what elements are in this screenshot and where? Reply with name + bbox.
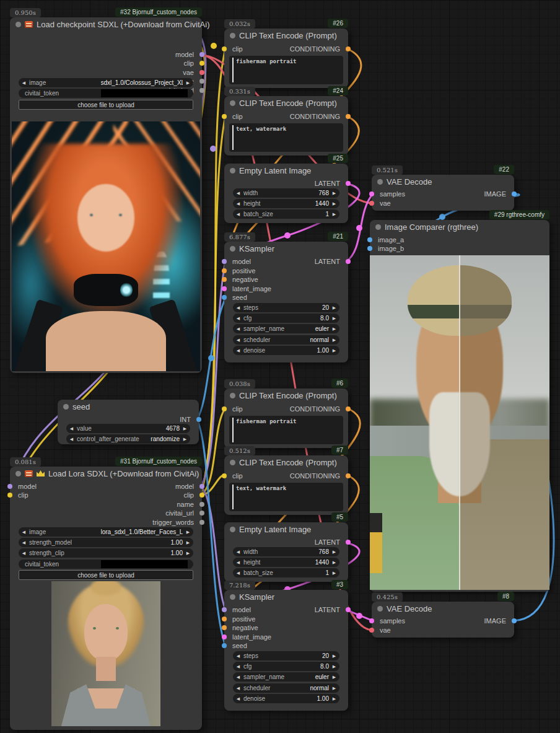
next-arrow-icon[interactable]: ▶ [329,694,339,703]
wire-dot[interactable] [439,214,445,220]
prev-arrow-icon[interactable]: ◀ [233,199,243,208]
collapse-dot[interactable] [375,224,381,230]
latent-image-input-dot[interactable] [222,286,227,291]
choose-file-button[interactable]: choose file to upload [19,570,193,580]
image-output-dot[interactable] [512,191,517,196]
prev-arrow-icon[interactable]: ◀ [19,527,29,537]
next-arrow-icon[interactable]: ▶ [183,538,193,547]
wire-dot[interactable] [284,232,291,239]
prev-arrow-icon[interactable]: ◀ [233,547,243,556]
clip-output-dot[interactable] [199,493,204,498]
model-input-dot[interactable] [222,259,227,264]
prev-arrow-icon[interactable]: ◀ [233,188,243,198]
positive-input-dot[interactable] [222,268,227,273]
trigger-words-output-dot[interactable] [199,520,204,525]
next-arrow-icon[interactable]: ▶ [329,188,339,198]
prompt-textarea[interactable]: text, watermark [229,483,343,511]
next-arrow-icon[interactable]: ▶ [329,335,339,345]
positive-input-dot[interactable] [222,617,227,621]
comparison-divider[interactable] [459,255,460,590]
choose-file-button[interactable]: choose file to upload [19,100,193,110]
latent-output-dot[interactable] [346,607,351,612]
model-output-dot[interactable] [199,484,204,489]
comparer-split-image[interactable] [370,255,549,590]
next-arrow-icon[interactable]: ▶ [329,303,339,312]
prev-arrow-icon[interactable]: ◀ [233,651,243,661]
prev-arrow-icon[interactable]: ◀ [233,662,243,671]
prev-arrow-icon[interactable]: ◀ [233,303,243,312]
width-widget[interactable]: ◀width768▶ [233,188,339,198]
next-arrow-icon[interactable]: ▶ [329,651,339,661]
clip-input-dot[interactable] [222,114,227,119]
collapse-dot[interactable] [230,33,235,38]
latent-output-dot[interactable] [346,259,351,264]
collapse-dot[interactable] [230,393,235,398]
latent-output-dot[interactable] [346,540,351,545]
node-title-bar[interactable]: VAE Decode [372,602,514,615]
node-title-bar[interactable]: KSampler [224,242,348,255]
prev-arrow-icon[interactable]: ◀ [233,672,243,682]
latent-image-input-dot[interactable] [222,634,227,639]
node-title-bar[interactable]: CLIP Text Encode (Prompt) [224,455,348,469]
steps-widget[interactable]: ◀steps20▶ [233,303,339,312]
collapse-dot[interactable] [377,179,383,185]
batch-size-widget[interactable]: ◀batch_size1▶ [233,209,339,219]
image-combo-widget[interactable]: ◀ image lora_sdxl_1.0/Better_Faces_LoRA_… [19,527,193,537]
vae-output-dot[interactable] [199,70,204,75]
node-title-bar[interactable]: Empty Latent Image [224,522,348,536]
node-clip-text-encode-26[interactable]: 0.032s #26 CLIP Text Encode (Prompt) cli… [224,29,348,88]
civitai-token-field[interactable]: civitai_token [19,89,193,98]
strength-clip-widget[interactable]: ◀strength_clip1.00▶ [19,548,193,558]
conditioning-output-dot[interactable] [346,114,351,119]
sampler-name-widget[interactable]: ◀sampler_nameeuler▶ [233,672,339,682]
clip-input-dot[interactable] [222,406,227,411]
negative-input-dot[interactable] [222,625,227,630]
node-clip-text-encode-7[interactable]: 0.512s #7 CLIP Text Encode (Prompt) clip… [224,455,348,515]
next-arrow-icon[interactable]: ▶ [329,672,339,682]
collapse-dot[interactable] [230,460,235,465]
node-title-bar[interactable]: KSampler [224,590,348,604]
node-title-bar[interactable]: CLIP Text Encode (Prompt) [224,388,348,402]
wire-dot[interactable] [356,225,362,231]
node-vae-decode-22[interactable]: 0.521s #22 VAE Decode samplesIMAGE vae [372,175,514,211]
next-arrow-icon[interactable]: ▶ [329,683,339,693]
scheduler-widget[interactable]: ◀schedulernormal▶ [233,335,339,345]
conditioning-output-dot[interactable] [346,473,351,478]
wire-dot[interactable] [210,146,216,152]
prev-arrow-icon[interactable]: ◀ [233,324,243,333]
sampler-name-widget[interactable]: ◀sampler_nameeuler▶ [233,324,339,333]
prev-arrow-icon[interactable]: ◀ [233,568,243,577]
node-title-bar[interactable]: Load checkpoint SDXL (+Download from Civ… [10,17,202,31]
next-arrow-icon[interactable]: ▶ [329,346,339,355]
prompt-textarea[interactable]: fisherman portrait [229,56,343,84]
latent-output-dot[interactable] [346,181,351,186]
samples-input-dot[interactable] [369,191,374,196]
prev-arrow-icon[interactable]: ◀ [66,434,77,444]
node-empty-latent-5[interactable]: #5 Empty Latent Image LATENT ◀width768▶ … [224,522,348,582]
prev-arrow-icon[interactable]: ◀ [19,78,29,87]
prompt-textarea[interactable]: fisherman portrait [229,416,343,444]
next-arrow-icon[interactable]: ▶ [183,527,193,537]
prev-arrow-icon[interactable]: ◀ [233,694,243,703]
clip-input-dot[interactable] [222,46,227,51]
model-input-dot[interactable] [222,607,227,612]
prev-arrow-icon[interactable]: ◀ [66,424,77,433]
image-combo-widget[interactable]: ◀ image sdxl_1.0/Colossus_Project_XL__SF… [19,78,193,87]
int-output-dot[interactable] [196,417,201,422]
collapse-dot[interactable] [230,100,235,106]
conditioning-output-dot[interactable] [346,46,351,51]
node-empty-latent-25[interactable]: #25 Empty Latent Image LATENT ◀width768▶… [224,164,348,223]
clip-output-dot[interactable] [199,61,204,66]
scheduler-widget[interactable]: ◀schedulernormal▶ [233,683,339,693]
prompt-textarea[interactable]: text, watermark [229,123,343,152]
prev-arrow-icon[interactable]: ◀ [233,209,243,219]
steps-widget[interactable]: ◀steps20▶ [233,651,339,661]
denoise-widget[interactable]: ◀denoise1.00▶ [233,346,339,355]
cfg-widget[interactable]: ◀cfg8.0▶ [233,662,339,671]
next-arrow-icon[interactable]: ▶ [329,314,339,323]
prev-arrow-icon[interactable]: ◀ [19,538,29,547]
height-widget[interactable]: ◀height1440▶ [233,558,339,567]
node-graph-canvas[interactable]: 0.950s #32 Bjornulf_custom_nodes Load ch… [0,0,560,733]
node-seed[interactable]: seed INT ◀value4678▶ ◀control_after_gene… [58,400,199,444]
node-clip-text-encode-24[interactable]: 0.331s #24 CLIP Text Encode (Prompt) cli… [224,96,348,156]
